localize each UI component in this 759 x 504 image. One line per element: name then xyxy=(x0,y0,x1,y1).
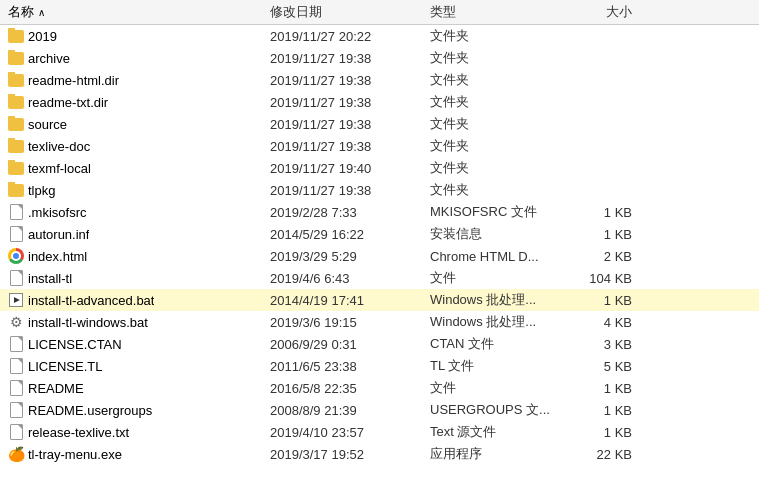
file-name-text: tlpkg xyxy=(28,183,55,198)
table-row[interactable]: README.usergroups 2008/8/9 21:39 USERGRO… xyxy=(0,399,759,421)
file-icon xyxy=(8,402,24,418)
table-header: 名称 ∧ 修改日期 类型 大小 xyxy=(0,0,759,25)
file-name-cell: autorun.inf xyxy=(0,226,270,242)
folder-icon xyxy=(8,72,24,88)
file-name-text: readme-txt.dir xyxy=(28,95,108,110)
table-row[interactable]: README 2016/5/8 22:35 文件 1 KB xyxy=(0,377,759,399)
file-name-cell: .mkisofsrc xyxy=(0,204,270,220)
file-name-cell: index.html xyxy=(0,248,270,264)
file-name-cell: texlive-doc xyxy=(0,138,270,154)
file-name-text: install-tl-advanced.bat xyxy=(28,293,154,308)
file-type-cell: 文件夹 xyxy=(430,93,560,111)
file-date-cell: 2019/3/6 19:15 xyxy=(270,315,430,330)
file-type-cell: 文件夹 xyxy=(430,137,560,155)
file-date-cell: 2006/9/29 0:31 xyxy=(270,337,430,352)
file-type-cell: 文件夹 xyxy=(430,27,560,45)
file-date-cell: 2019/11/27 19:40 xyxy=(270,161,430,176)
table-row[interactable]: install-tl 2019/4/6 6:43 文件 104 KB xyxy=(0,267,759,289)
table-row[interactable]: 2019 2019/11/27 20:22 文件夹 xyxy=(0,25,759,47)
file-size-cell: 5 KB xyxy=(560,359,640,374)
file-name-text: readme-html.dir xyxy=(28,73,119,88)
file-type-cell: TL 文件 xyxy=(430,357,560,375)
table-row[interactable]: autorun.inf 2014/5/29 16:22 安装信息 1 KB xyxy=(0,223,759,245)
file-icon xyxy=(8,358,24,374)
file-type-cell: Text 源文件 xyxy=(430,423,560,441)
table-row[interactable]: readme-txt.dir 2019/11/27 19:38 文件夹 xyxy=(0,91,759,113)
file-icon xyxy=(8,226,24,242)
table-row[interactable]: index.html 2019/3/29 5:29 Chrome HTML D.… xyxy=(0,245,759,267)
file-date-cell: 2008/8/9 21:39 xyxy=(270,403,430,418)
file-name-text: 2019 xyxy=(28,29,57,44)
file-date-cell: 2019/3/29 5:29 xyxy=(270,249,430,264)
file-name-text: autorun.inf xyxy=(28,227,89,242)
table-row[interactable]: .mkisofsrc 2019/2/28 7:33 MKISOFSRC 文件 1… xyxy=(0,201,759,223)
file-icon xyxy=(8,204,24,220)
file-explorer: 名称 ∧ 修改日期 类型 大小 2019 2019/11/27 20:22 文件… xyxy=(0,0,759,504)
header-name[interactable]: 名称 ∧ xyxy=(0,3,270,21)
file-name-text: LICENSE.TL xyxy=(28,359,102,374)
folder-icon xyxy=(8,160,24,176)
file-size-cell: 1 KB xyxy=(560,227,640,242)
table-row[interactable]: release-texlive.txt 2019/4/10 23:57 Text… xyxy=(0,421,759,443)
folder-icon xyxy=(8,50,24,66)
file-name-cell: readme-html.dir xyxy=(0,72,270,88)
table-row[interactable]: 🍊 tl-tray-menu.exe 2019/3/17 19:52 应用程序 … xyxy=(0,443,759,465)
file-size-cell: 4 KB xyxy=(560,315,640,330)
file-date-cell: 2019/11/27 19:38 xyxy=(270,51,430,66)
file-size-cell: 1 KB xyxy=(560,403,640,418)
chrome-icon xyxy=(8,248,24,264)
file-icon xyxy=(8,424,24,440)
file-name-cell: ▶ install-tl-advanced.bat xyxy=(0,292,270,308)
file-type-cell: 文件夹 xyxy=(430,159,560,177)
file-date-cell: 2019/11/27 19:38 xyxy=(270,95,430,110)
file-list[interactable]: 2019 2019/11/27 20:22 文件夹 archive 2019/1… xyxy=(0,25,759,504)
file-icon xyxy=(8,336,24,352)
file-name-text: texlive-doc xyxy=(28,139,90,154)
table-row[interactable]: ▶ install-tl-advanced.bat 2014/4/19 17:4… xyxy=(0,289,759,311)
file-name-text: index.html xyxy=(28,249,87,264)
header-date[interactable]: 修改日期 xyxy=(270,3,430,21)
table-row[interactable]: source 2019/11/27 19:38 文件夹 xyxy=(0,113,759,135)
table-row[interactable]: readme-html.dir 2019/11/27 19:38 文件夹 xyxy=(0,69,759,91)
file-name-text: LICENSE.CTAN xyxy=(28,337,122,352)
file-type-cell: 文件夹 xyxy=(430,71,560,89)
folder-icon xyxy=(8,116,24,132)
table-row[interactable]: ⚙ install-tl-windows.bat 2019/3/6 19:15 … xyxy=(0,311,759,333)
file-date-cell: 2019/11/27 20:22 xyxy=(270,29,430,44)
file-date-cell: 2019/11/27 19:38 xyxy=(270,117,430,132)
file-type-cell: Chrome HTML D... xyxy=(430,249,560,264)
file-size-cell: 22 KB xyxy=(560,447,640,462)
bat-icon: ▶ xyxy=(8,292,24,308)
file-type-cell: 安装信息 xyxy=(430,225,560,243)
file-date-cell: 2014/5/29 16:22 xyxy=(270,227,430,242)
table-row[interactable]: tlpkg 2019/11/27 19:38 文件夹 xyxy=(0,179,759,201)
file-name-text: texmf-local xyxy=(28,161,91,176)
file-type-cell: MKISOFSRC 文件 xyxy=(430,203,560,221)
file-name-cell: README.usergroups xyxy=(0,402,270,418)
file-date-cell: 2014/4/19 17:41 xyxy=(270,293,430,308)
file-date-cell: 2019/4/6 6:43 xyxy=(270,271,430,286)
file-name-text: source xyxy=(28,117,67,132)
file-name-cell: LICENSE.TL xyxy=(0,358,270,374)
table-row[interactable]: archive 2019/11/27 19:38 文件夹 xyxy=(0,47,759,69)
table-row[interactable]: texlive-doc 2019/11/27 19:38 文件夹 xyxy=(0,135,759,157)
table-row[interactable]: LICENSE.TL 2011/6/5 23:38 TL 文件 5 KB xyxy=(0,355,759,377)
file-name-text: install-tl xyxy=(28,271,72,286)
file-date-cell: 2011/6/5 23:38 xyxy=(270,359,430,374)
file-name-cell: source xyxy=(0,116,270,132)
file-date-cell: 2019/11/27 19:38 xyxy=(270,183,430,198)
header-size[interactable]: 大小 xyxy=(560,3,640,21)
file-type-cell: 文件夹 xyxy=(430,181,560,199)
file-type-cell: 文件 xyxy=(430,269,560,287)
file-name-cell: ⚙ install-tl-windows.bat xyxy=(0,314,270,330)
header-type[interactable]: 类型 xyxy=(430,3,560,21)
file-name-text: .mkisofsrc xyxy=(28,205,87,220)
table-row[interactable]: texmf-local 2019/11/27 19:40 文件夹 xyxy=(0,157,759,179)
file-name-cell: archive xyxy=(0,50,270,66)
file-size-cell: 104 KB xyxy=(560,271,640,286)
file-name-cell: release-texlive.txt xyxy=(0,424,270,440)
file-date-cell: 2019/11/27 19:38 xyxy=(270,139,430,154)
table-row[interactable]: LICENSE.CTAN 2006/9/29 0:31 CTAN 文件 3 KB xyxy=(0,333,759,355)
file-type-cell: Windows 批处理... xyxy=(430,313,560,331)
file-name-cell: texmf-local xyxy=(0,160,270,176)
